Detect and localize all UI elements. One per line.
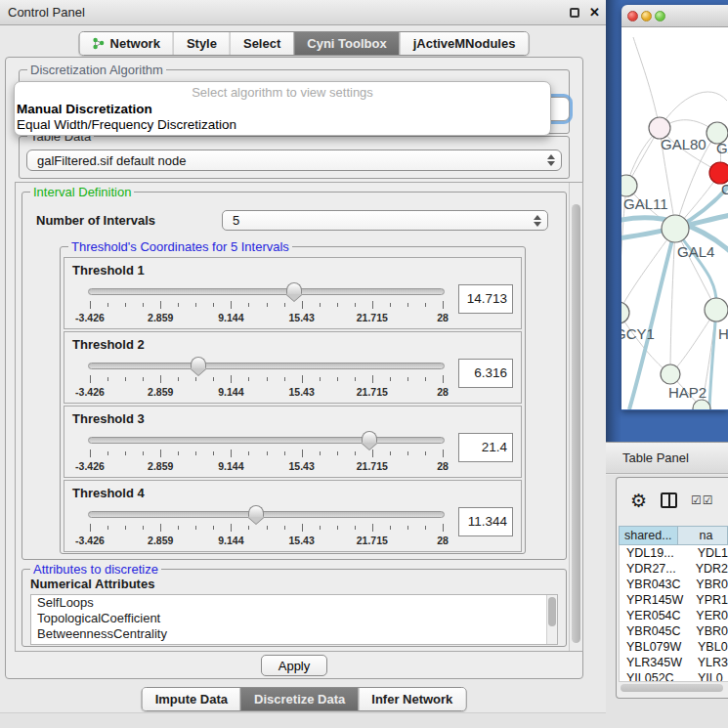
tab-impute-data[interactable]: Impute Data [143, 688, 240, 710]
tick-label: 9.144 [218, 460, 243, 472]
tick-label: 2.859 [148, 312, 173, 323]
attribute-list-item[interactable]: TopologicalCoefficient [31, 611, 557, 626]
table-row[interactable]: YER054CYER0 [620, 608, 728, 623]
slider-thumb[interactable] [286, 282, 302, 294]
tick-label: 2.859 [148, 535, 173, 546]
number-of-intervals-combobox[interactable]: 5 [222, 210, 548, 231]
threshold-slider[interactable]: -3.4262.8599.14415.4321.71528 [88, 281, 445, 324]
threshold-slider[interactable]: -3.4262.8599.14415.4321.71528 [88, 430, 445, 473]
algorithm-option-manual[interactable]: Manual Discretization [15, 102, 550, 117]
table-data-combobox[interactable]: galFiltered.sif default node [26, 150, 562, 171]
minimize-traffic-light-icon[interactable] [641, 11, 652, 21]
tick-label: 21.715 [357, 386, 388, 398]
threshold-label: Threshold 2 [72, 337, 513, 352]
zoom-traffic-light-icon[interactable] [655, 11, 665, 21]
close-traffic-light-icon[interactable] [627, 11, 638, 21]
threshold-label: Threshold 1 [72, 263, 513, 278]
tick-label: 2.859 [148, 386, 173, 398]
network-edge[interactable] [626, 120, 717, 186]
slider-thumb[interactable] [191, 357, 206, 368]
table-data-selected-value: galFiltered.sif default node [37, 153, 547, 168]
interval-definition-group: Interval Definition Number of Intervals … [21, 192, 567, 560]
thresholds-group: Threshold's Coordinates for 5 Intervals … [60, 246, 526, 554]
table-horizontal-scrollbar[interactable] [619, 681, 728, 693]
threshold-value-field[interactable]: 14.713 [458, 284, 513, 314]
attribute-list-item[interactable]: SelfLoops [31, 595, 557, 611]
float-window-icon[interactable] [570, 8, 579, 18]
select-columns-checkboxes-icon[interactable]: ☑☑ [691, 493, 714, 507]
network-node-label: HAP2 [668, 384, 707, 401]
tick-label: 28 [437, 460, 449, 472]
attributes-group-title: Attributes to discretize [30, 562, 161, 577]
network-node-label: H [718, 325, 728, 342]
tab-network[interactable]: Network [80, 32, 173, 55]
table-row[interactable]: YPR145WYPR1 [620, 592, 728, 608]
network-node-GAL11[interactable] [621, 175, 637, 196]
threshold-slider[interactable]: -3.4262.8599.14415.4321.71528 [88, 356, 445, 399]
threshold-slider[interactable]: -3.4262.8599.14415.4321.71528 [88, 504, 445, 547]
table-rows[interactable]: YDL19...YDL1YDR27...YDR2YBR043CYBR0YPR14… [619, 545, 728, 681]
table-row[interactable]: YDL19...YDL1 [620, 545, 728, 561]
threshold-value-field[interactable]: 11.344 [458, 507, 513, 536]
threshold-label: Threshold 4 [72, 486, 513, 500]
tab-jactivemnodules[interactable]: jActiveMNodules [400, 32, 529, 55]
table-row[interactable]: YIL052CYIL0 [620, 670, 728, 681]
threshold-value-field[interactable]: 6.316 [458, 359, 513, 388]
network-node-HAP2[interactable] [661, 364, 680, 384]
threshold-label: Threshold 3 [72, 411, 513, 426]
status-strip [0, 712, 608, 728]
table-panel-toolbar: ⚙ ☑☑ [617, 478, 728, 523]
table-panel-titlebar: Table Panel [606, 442, 728, 474]
threshold-value-field[interactable]: 21.4 [458, 433, 513, 462]
tab-cyni-toolbox[interactable]: Cyni Toolbox [293, 32, 399, 55]
tab-infer-network[interactable]: Infer Network [358, 688, 465, 710]
tick-label: 21.715 [357, 535, 388, 546]
thresholds-group-title: Threshold's Coordinates for 5 Intervals [68, 239, 292, 254]
network-window-titlebar [621, 5, 728, 27]
column-header-name[interactable]: na [678, 526, 728, 545]
network-canvas[interactable]: GAL80GACGAL11GAL4GCY1HHAP2 [621, 27, 728, 409]
algorithm-placeholder: Select algorithm to view settings [15, 85, 550, 102]
table-row[interactable]: YBR045CYBR0 [620, 623, 728, 639]
network-edge[interactable] [621, 229, 675, 313]
slider-thumb[interactable] [362, 431, 377, 443]
numerical-attributes-label: Numerical Attributes [30, 577, 154, 591]
column-header-shared-name[interactable]: shared... [619, 526, 678, 545]
network-node-GAL4[interactable] [662, 215, 689, 242]
tick-label: -3.426 [75, 535, 105, 546]
top-tabstrip: Network Style Select Cyni Toolbox jActiv… [79, 31, 530, 56]
close-icon[interactable]: ✕ [589, 6, 600, 19]
number-of-intervals-row: Number of Intervals 5 [36, 210, 548, 231]
table-data-group: Table Data galFiltered.sif default node [19, 136, 570, 179]
gear-icon[interactable]: ⚙ [630, 492, 647, 510]
table-row[interactable]: YBR043CYBR0 [620, 577, 728, 592]
apply-button[interactable]: Apply [261, 655, 327, 676]
columns-icon[interactable] [661, 492, 677, 508]
tab-network-label: Network [110, 36, 160, 51]
algorithm-option-equal-width[interactable]: Equal Width/Frequency Discretization [15, 117, 550, 133]
tick-label: 28 [437, 312, 449, 323]
number-of-intervals-value: 5 [233, 213, 534, 228]
network-node-GCY1[interactable] [621, 302, 629, 323]
tick-label: 28 [437, 535, 449, 546]
numerical-attributes-list[interactable]: SelfLoopsTopologicalCoefficientBetweenne… [30, 594, 558, 645]
interval-definition-title: Interval Definition [30, 185, 134, 199]
tick-label: 15.43 [288, 460, 314, 472]
attribute-list-item[interactable]: BetweennessCentrality [31, 626, 557, 642]
table-panel-inner: ⚙ ☑☑ shared... na YDL19...YDL1YDR27...YD… [616, 477, 728, 699]
tab-style[interactable]: Style [173, 32, 230, 55]
tab-discretize-data[interactable]: Discretize Data [240, 688, 358, 710]
network-node-H[interactable] [705, 298, 728, 321]
tab-select[interactable]: Select [230, 32, 293, 55]
table-row[interactable]: YLR345WYLR3 [620, 655, 728, 670]
tick-label: 21.715 [357, 460, 388, 472]
combo-stepper-icon [534, 215, 541, 227]
tick-label: 9.144 [218, 312, 243, 323]
slider-thumb[interactable] [248, 505, 264, 517]
network-node-label: GAL4 [677, 243, 714, 260]
settings-vertical-scrollbar[interactable] [569, 183, 582, 651]
network-edge[interactable] [633, 37, 660, 128]
table-row[interactable]: YDR27...YDR2 [620, 561, 728, 577]
table-row[interactable]: YBL079WYBL0 [620, 639, 728, 655]
attributes-list-scrollbar[interactable] [546, 595, 557, 644]
